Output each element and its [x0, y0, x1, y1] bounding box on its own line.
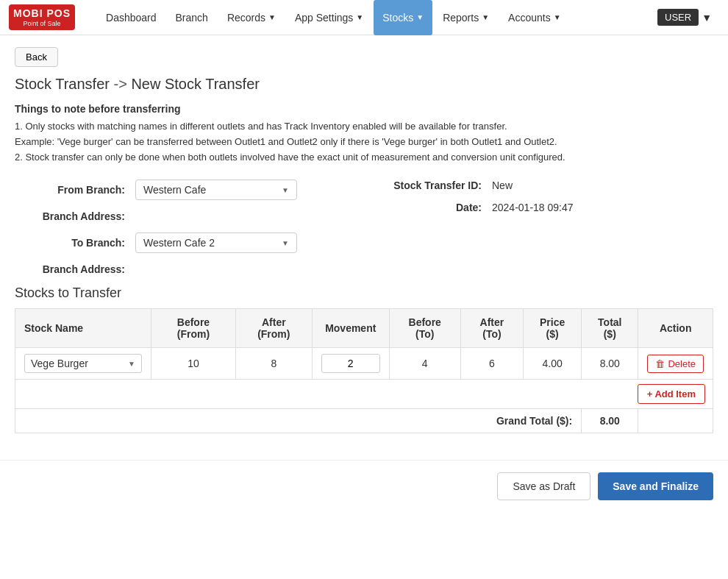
col-before-to: Before (To)	[389, 309, 460, 348]
to-branch-label: To Branch:	[15, 237, 125, 249]
from-branch-value: Western Cafe	[143, 184, 206, 196]
page-title: Stock Transfer -> New Stock Transfer	[15, 76, 713, 93]
col-total: Total ($)	[582, 309, 638, 348]
date-row: Date: 2024-01-18 09:47	[364, 202, 713, 213]
navbar: MOBI POS Point of Sale Dashboard Branch …	[0, 0, 728, 35]
nav-item-reports[interactable]: Reports ▼	[434, 0, 498, 35]
add-item-button[interactable]: + Add Item	[638, 384, 705, 404]
save-draft-button[interactable]: Save as Draft	[497, 472, 590, 500]
col-after-from: After (From)	[235, 309, 312, 348]
table-header-row: Stock Name Before (From) After (From) Mo…	[15, 309, 713, 348]
cell-after-to: 6	[460, 348, 523, 380]
grand-total-value: 8.00	[582, 409, 638, 433]
date-label: Date:	[364, 202, 482, 213]
nav-item-appsettings[interactable]: App Settings ▼	[286, 0, 372, 35]
branch-address-label: Branch Address:	[15, 210, 125, 222]
stock-transfer-id-row: Stock Transfer ID: New	[364, 180, 713, 191]
footer-actions: Save as Draft Save and Finalize	[0, 460, 728, 512]
nav-item-accounts[interactable]: Accounts ▼	[499, 0, 570, 35]
stock-transfer-id-value: New	[492, 180, 513, 191]
col-after-to: After (To)	[460, 309, 523, 348]
movement-input[interactable]	[321, 354, 380, 373]
grand-total-label-cell: Grand Total ($):	[15, 409, 582, 433]
grand-total-label: Grand Total ($):	[496, 415, 572, 427]
user-caret: ▼	[702, 12, 712, 24]
notice-title: Things to note before transferring	[15, 103, 713, 115]
cell-stock-name: Vege Burger ▼	[15, 348, 151, 380]
nav-user[interactable]: USER ▼	[650, 9, 719, 26]
nav-item-stocks[interactable]: Stocks ▼	[374, 0, 432, 35]
branch-address-row: Branch Address:	[15, 210, 364, 222]
date-value: 2024-01-18 09:47	[492, 202, 574, 213]
cell-after-from: 8	[235, 348, 312, 380]
user-label: USER	[657, 9, 699, 26]
cell-movement	[312, 348, 389, 380]
stock-name-select[interactable]: Vege Burger ▼	[24, 354, 142, 373]
title-sub: New Stock Transfer	[131, 76, 260, 92]
to-branch-address-row: Branch Address:	[15, 263, 364, 275]
to-branch-address-label: Branch Address:	[15, 263, 125, 275]
col-action: Action	[638, 309, 713, 348]
nav-item-branch[interactable]: Branch	[167, 0, 217, 35]
from-branch-row: From Branch: Western Cafe ▼	[15, 180, 364, 200]
cell-action: 🗑 Delete	[638, 348, 713, 380]
stock-name-value: Vege Burger	[31, 358, 88, 369]
brand-name: MOBI POS	[13, 7, 71, 20]
stocks-to-transfer-title: Stocks to Transfer	[15, 285, 713, 301]
stock-transfer-id-label: Stock Transfer ID:	[364, 180, 482, 191]
accounts-caret: ▼	[554, 13, 561, 21]
add-item-cell: + Add Item	[15, 380, 713, 409]
trash-icon: 🗑	[655, 358, 665, 369]
reports-caret: ▼	[482, 13, 489, 21]
col-movement: Movement	[312, 309, 389, 348]
stocks-caret: ▼	[416, 13, 424, 21]
notice-box: Things to note before transferring 1. On…	[15, 103, 713, 165]
delete-label: Delete	[668, 358, 696, 369]
brand-logo: MOBI POS Point of Sale	[9, 4, 75, 31]
back-button[interactable]: Back	[15, 47, 58, 67]
cell-price: 4.00	[524, 348, 582, 380]
title-main: Stock Transfer	[15, 76, 110, 92]
transfer-table: Stock Name Before (From) After (From) Mo…	[15, 308, 713, 433]
nav-item-records[interactable]: Records ▼	[218, 0, 285, 35]
to-branch-row: To Branch: Western Cafe 2 ▼	[15, 232, 364, 253]
brand-sub: Point of Sale	[13, 20, 71, 28]
page-content: Back Stock Transfer -> New Stock Transfe…	[0, 35, 728, 445]
notice-line-2: Example: 'Vege burger' can be transferre…	[15, 135, 713, 150]
stock-name-caret: ▼	[128, 360, 135, 368]
brand[interactable]: MOBI POS Point of Sale	[9, 4, 79, 31]
grand-total-empty	[638, 409, 713, 433]
col-price: Price ($)	[524, 309, 582, 348]
from-branch-label: From Branch:	[15, 184, 125, 196]
col-before-from: Before (From)	[151, 309, 236, 348]
to-branch-select[interactable]: Western Cafe 2 ▼	[135, 232, 297, 253]
cell-before-to: 4	[389, 348, 460, 380]
col-stock-name: Stock Name	[15, 309, 151, 348]
nav-item-dashboard[interactable]: Dashboard	[97, 0, 165, 35]
save-finalize-button[interactable]: Save and Finalize	[598, 472, 713, 500]
form-right: Stock Transfer ID: New Date: 2024-01-18 …	[364, 180, 713, 285]
to-branch-caret: ▼	[282, 239, 289, 247]
add-item-row: + Add Item	[15, 380, 713, 409]
from-branch-caret: ▼	[282, 186, 289, 194]
grand-total-row: Grand Total ($): 8.00	[15, 409, 713, 433]
nav-links: Dashboard Branch Records ▼ App Settings …	[97, 0, 650, 35]
form-section: From Branch: Western Cafe ▼ Branch Addre…	[15, 180, 713, 285]
notice-line-3: 2. Stock transfer can only be done when …	[15, 150, 713, 166]
appsettings-caret: ▼	[356, 13, 363, 21]
table-row: Vege Burger ▼ 10 8 4 6 4.00 8.00 🗑 Delet…	[15, 348, 713, 380]
notice-line-1: 1. Only stocks with matching names in di…	[15, 119, 713, 135]
from-branch-select[interactable]: Western Cafe ▼	[135, 180, 297, 200]
cell-before-from: 10	[151, 348, 236, 380]
title-arrow: ->	[114, 76, 132, 92]
to-branch-value: Western Cafe 2	[143, 237, 215, 249]
records-caret: ▼	[268, 13, 276, 21]
cell-total: 8.00	[582, 348, 638, 380]
delete-button[interactable]: 🗑 Delete	[647, 355, 704, 373]
form-left: From Branch: Western Cafe ▼ Branch Addre…	[15, 180, 364, 285]
